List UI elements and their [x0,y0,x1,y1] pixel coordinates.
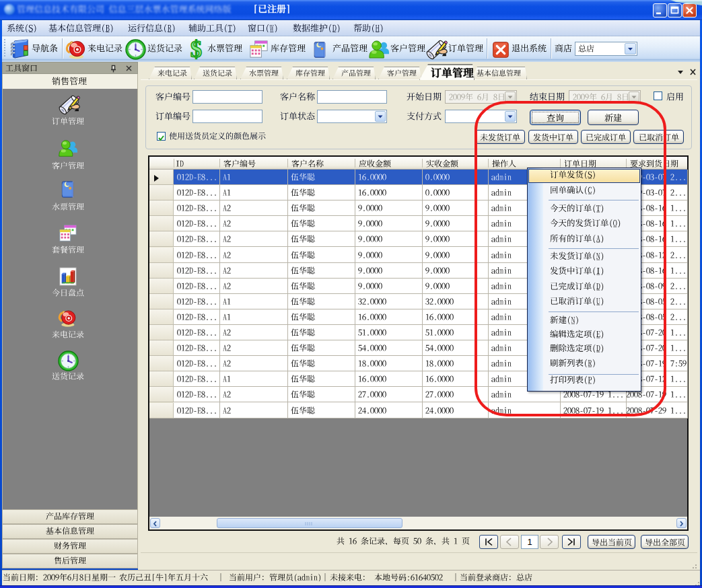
svg-text:$: $ [190,39,202,60]
